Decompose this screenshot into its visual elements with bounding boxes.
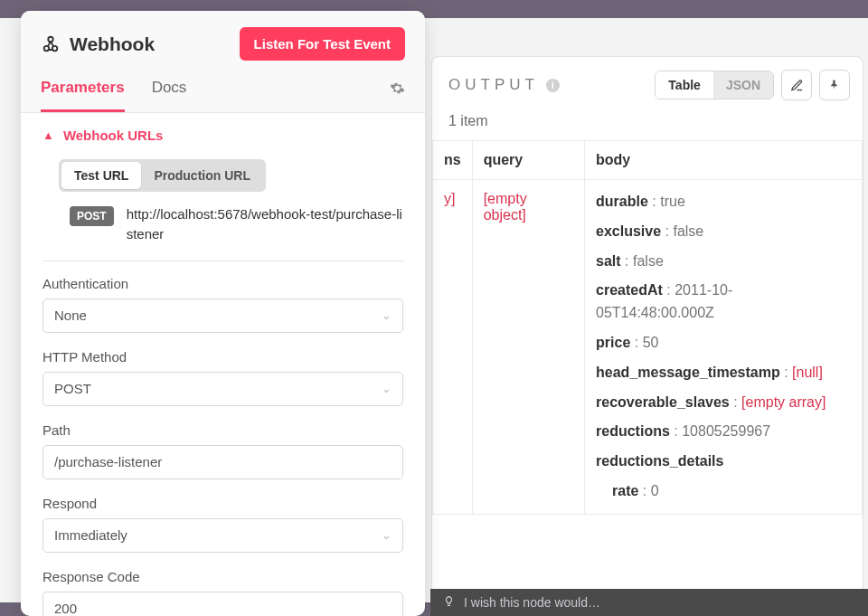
authentication-select[interactable]: None ⌄: [42, 299, 403, 333]
webhook-url-row: POST http://localhost:5678/webhook-test/…: [70, 204, 403, 244]
chevron-down-icon: ⌄: [382, 382, 392, 395]
kv-durable: durable : true: [596, 191, 851, 213]
gear-icon: [390, 81, 405, 96]
cell-ns-value: y]: [444, 191, 455, 206]
url-tab-test[interactable]: Test URL: [61, 162, 141, 189]
webhook-url-text[interactable]: http://localhost:5678/webhook-test/purch…: [127, 204, 403, 244]
settings-button[interactable]: [390, 81, 405, 110]
cell-query: [empty object]: [472, 180, 584, 515]
lightbulb-icon: [443, 595, 455, 610]
field-http-method: HTTP Method POST ⌄: [42, 349, 403, 406]
body-kv-list: durable : true exclusive : false salt : …: [596, 191, 851, 503]
respond-select[interactable]: Immediately ⌄: [42, 518, 403, 553]
field-response-code: Response Code 200: [42, 569, 403, 617]
column-query: query: [472, 141, 584, 180]
http-method-select[interactable]: POST ⌄: [42, 372, 403, 406]
webhook-icon: [41, 34, 61, 54]
kv-createdAt: createdAt : 2011-10-05T14:48:00.000Z: [596, 280, 851, 325]
pin-button[interactable]: [819, 70, 850, 100]
output-title-text: OUTPUT: [448, 76, 539, 94]
kv-reductions: reductions : 10805259967: [596, 421, 851, 443]
divider: [42, 261, 403, 261]
response-code-label: Response Code: [42, 569, 403, 584]
output-title: OUTPUT i: [448, 76, 560, 94]
pin-icon: [828, 79, 841, 91]
authentication-label: Authentication: [42, 276, 403, 291]
cell-body: durable : true exclusive : false salt : …: [585, 180, 863, 515]
cell-query-value: [empty object]: [484, 191, 527, 223]
output-header: OUTPUT i Table JSON: [432, 57, 863, 113]
panel-title: Webhook: [70, 33, 155, 55]
chevron-down-icon: ⌄: [382, 308, 392, 322]
kv-head-ts: head_message_timestamp : [null]: [596, 362, 851, 384]
view-json-option[interactable]: JSON: [713, 71, 773, 99]
kv-salt: salt : false: [596, 251, 851, 273]
output-controls: Table JSON: [655, 70, 850, 100]
item-count: 1 item: [432, 113, 863, 140]
kv-price: price : 50: [596, 332, 851, 355]
path-value: /purchase-listener: [54, 454, 162, 469]
edit-button[interactable]: [781, 70, 812, 100]
url-tab-production[interactable]: Production URL: [141, 162, 263, 189]
panel-tabs: Parameters Docs: [41, 79, 186, 112]
table-row: y] [empty object] durable : true exclusi…: [433, 180, 863, 515]
panel-header: Webhook Listen For Test Event Parameters…: [21, 11, 425, 113]
webhook-urls-label: Webhook URLs: [63, 128, 164, 143]
kv-exclusive: exclusive : false: [596, 221, 851, 243]
column-ns: ns: [433, 141, 473, 180]
field-respond: Respond Immediately ⌄: [42, 496, 403, 553]
response-code-input[interactable]: 200: [42, 592, 403, 617]
table-header-row: ns query body: [433, 141, 863, 180]
pencil-icon: [790, 79, 804, 92]
output-card: OUTPUT i Table JSON 1 item ns query body: [431, 56, 863, 599]
info-icon[interactable]: i: [546, 79, 560, 92]
tab-parameters[interactable]: Parameters: [41, 79, 125, 112]
tab-docs[interactable]: Docs: [152, 79, 187, 112]
response-code-value: 200: [54, 601, 77, 616]
listen-test-event-button[interactable]: Listen For Test Event: [240, 27, 405, 61]
field-path: Path /purchase-listener: [42, 422, 403, 479]
table-scroll[interactable]: ns query body y] [empty object] durable …: [432, 140, 863, 598]
chevron-down-icon: ⌄: [382, 528, 392, 542]
method-badge: POST: [70, 206, 114, 226]
view-toggle: Table JSON: [655, 71, 774, 100]
http-method-label: HTTP Method: [42, 349, 403, 365]
field-authentication: Authentication None ⌄: [42, 276, 403, 333]
feedback-text: I wish this node would…: [464, 595, 600, 610]
respond-value: Immediately: [54, 527, 127, 543]
webhook-urls-section[interactable]: ▲ Webhook URLs: [42, 128, 403, 143]
http-method-value: POST: [54, 381, 91, 396]
path-input[interactable]: /purchase-listener: [42, 445, 403, 479]
view-table-option[interactable]: Table: [656, 71, 713, 99]
cell-ns: y]: [433, 180, 473, 515]
url-tabs: Test URL Production URL: [59, 159, 266, 192]
kv-recoverable-slaves: recoverable_slaves : [empty array]: [596, 392, 851, 414]
svg-point-2: [48, 36, 53, 42]
feedback-bar[interactable]: I wish this node would…: [430, 589, 868, 616]
authentication-value: None: [54, 308, 87, 323]
kv-rate: rate : 0: [596, 480, 851, 503]
respond-label: Respond: [42, 496, 403, 511]
output-table: ns query body y] [empty object] durable …: [432, 140, 863, 515]
kv-reductions-details: reductions_details: [596, 450, 851, 473]
column-body: body: [585, 141, 863, 180]
node-settings-panel: Webhook Listen For Test Event Parameters…: [21, 11, 425, 616]
path-label: Path: [42, 422, 403, 438]
chevron-up-icon: ▲: [42, 128, 54, 142]
form-area: ▲ Webhook URLs Test URL Production URL P…: [21, 113, 425, 616]
